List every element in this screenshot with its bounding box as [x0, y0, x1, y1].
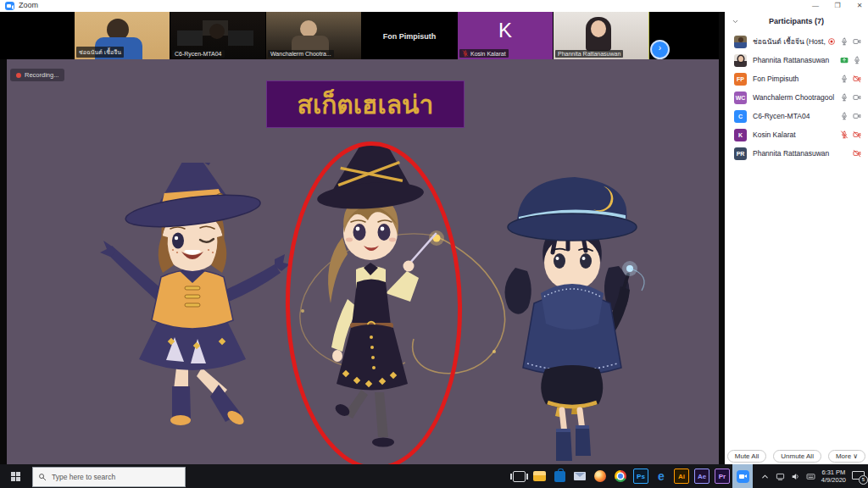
camera-off-icon[interactable]	[853, 75, 861, 83]
camera-off-icon[interactable]	[853, 149, 861, 158]
after-effects-glyph: Ae	[694, 469, 709, 484]
video-tile-name: Kosin Kalarat	[459, 49, 509, 58]
camera-icon[interactable]	[853, 93, 861, 102]
photoshop-icon[interactable]: Ps	[631, 464, 651, 488]
participants-panel: Participants (7) ช่อฉนันต์ เชื้อจีน (Hos…	[725, 12, 868, 464]
video-tile-name: Phannita Rattanasuwan	[555, 50, 623, 58]
participants-header: Participants (7)	[725, 14, 868, 28]
more-button[interactable]: More ∨	[828, 450, 865, 463]
camera-off-icon[interactable]	[853, 130, 861, 139]
participant-row[interactable]: Phannita Rattanasuwan	[725, 51, 868, 69]
desktop: Zoom — ❐ ✕ ช่อฉนันต์ เชื้อจีนC6-Rycen-MT…	[0, 0, 868, 488]
participant-row[interactable]: FPFon Pimpisuth	[725, 69, 868, 88]
unmute-all-button[interactable]: Unmute All	[773, 450, 821, 463]
firefox-icon[interactable]	[590, 464, 610, 488]
participant-row[interactable]: WCWanchalerm Chootragool	[725, 88, 868, 107]
camera-icon[interactable]	[853, 112, 861, 120]
witch-illustration-right	[475, 168, 670, 464]
video-thumbnail-strip: ช่อฉนันต์ เชื้อจีนC6-Rycen-MTA04Wanchale…	[0, 12, 719, 59]
speaker-icon[interactable]	[791, 472, 800, 481]
participant-name: Phannita Rattanasuwan	[753, 149, 853, 158]
participant-row[interactable]: KKosin Kalarat	[725, 125, 868, 144]
illustrator-icon[interactable]: Ai	[671, 464, 692, 488]
participant-status-icons	[840, 130, 861, 139]
participants-title: Participants (7)	[725, 17, 868, 25]
chrome-glyph	[615, 470, 626, 482]
video-tile[interactable]: Kosin Kalarat	[458, 12, 554, 59]
notification-badge: 5	[859, 475, 868, 485]
after-effects-icon[interactable]: Ae	[692, 464, 712, 488]
minimize-icon[interactable]: —	[807, 0, 824, 11]
avatar	[734, 54, 747, 67]
search-icon	[38, 473, 47, 481]
notification-center-icon[interactable]: 5	[852, 471, 865, 482]
video-tile[interactable]: Wanchalerm Chootra...	[266, 12, 362, 59]
maximize-icon[interactable]: ❐	[829, 0, 846, 11]
chevron-down-icon[interactable]	[732, 18, 739, 25]
video-tile[interactable]: C6-Rycen-MTA04	[170, 12, 266, 59]
window-divider	[719, 12, 725, 464]
mail-icon[interactable]	[570, 464, 590, 488]
zoom-app-glyph	[737, 470, 749, 483]
mic-icon[interactable]	[840, 75, 849, 83]
firefox-glyph	[594, 470, 606, 482]
edge-glyph: e	[654, 469, 668, 483]
file-explorer-icon[interactable]	[529, 464, 549, 488]
edge-icon[interactable]: e	[651, 464, 671, 488]
screen-share-icon[interactable]	[840, 56, 849, 64]
network-icon[interactable]	[776, 472, 785, 481]
witch-illustration-left	[95, 163, 290, 442]
participants-list: ช่อฉนันต์ เชื้อจีน (Host, me)Phannita Ra…	[725, 32, 868, 163]
mic-icon[interactable]	[840, 93, 849, 102]
start-button[interactable]	[0, 464, 31, 488]
participant-name: Phannita Rattanasuwan	[753, 56, 840, 64]
participant-row[interactable]: CC6-Rycen-MTA04	[725, 107, 868, 125]
mic-off-icon[interactable]	[840, 130, 849, 139]
task-view-icon[interactable]	[509, 464, 529, 488]
camera-icon[interactable]	[853, 37, 861, 46]
window-title: Zoom	[19, 1, 38, 9]
mic-icon[interactable]	[840, 37, 849, 46]
mute-all-button[interactable]: Mute All	[727, 450, 766, 463]
video-tile[interactable]: Fon Pimpisuth	[362, 12, 458, 59]
video-tile[interactable]: ช่อฉนันต์ เชื้อจีน	[75, 12, 170, 59]
participant-status-icons	[840, 56, 861, 64]
participant-status-icons	[840, 75, 861, 83]
video-tile-name: Fon Pimpisuth	[362, 12, 457, 59]
video-tile[interactable]: Phannita Rattanasuwan	[554, 12, 649, 59]
participant-status-icons	[853, 149, 861, 158]
avatar: WC	[734, 92, 747, 104]
clock[interactable]: 6:31 PM 4/9/2020	[821, 469, 846, 484]
participant-row[interactable]: ช่อฉนันต์ เชื้อจีน (Host, me)	[725, 32, 868, 51]
mic-off-icon	[462, 50, 469, 57]
store-icon[interactable]	[549, 464, 570, 488]
participant-name: C6-Rycen-MTA04	[753, 112, 840, 120]
participant-status-icons	[840, 112, 861, 120]
avatar: C	[734, 110, 747, 123]
photoshop-glyph: Ps	[633, 469, 648, 484]
mic-icon[interactable]	[853, 56, 861, 64]
avatar: FP	[734, 73, 747, 86]
chevron-up-icon[interactable]	[760, 472, 770, 481]
video-tile-name: C6-Rycen-MTA04	[172, 50, 225, 58]
participants-footer: Mute AllUnmute AllMore ∨	[725, 450, 868, 463]
chrome-icon[interactable]	[610, 464, 631, 488]
task-view-glyph	[513, 471, 526, 482]
avatar: PR	[734, 147, 747, 160]
participant-name: Wanchalerm Chootragool	[753, 93, 840, 102]
recording-icon[interactable]	[827, 37, 836, 46]
participant-name: Kosin Kalarat	[753, 130, 840, 139]
zoom-app-icon[interactable]	[732, 464, 753, 488]
shared-screen: Recording... สเก็ตเฮเลน่า	[7, 59, 719, 464]
close-icon[interactable]: ✕	[851, 0, 868, 11]
taskbar-app-icons: PseAiAePr	[509, 464, 753, 488]
premiere-icon[interactable]: Pr	[712, 464, 732, 488]
keyboard-language-icon[interactable]	[806, 472, 815, 481]
system-tray: 6:31 PM 4/9/2020 5	[760, 464, 868, 488]
taskbar: Type here to search PseAiAePr 6:31 PM 4/…	[0, 464, 868, 488]
illustrator-glyph: Ai	[674, 469, 689, 484]
taskbar-search[interactable]: Type here to search	[32, 467, 186, 487]
next-page-arrow-icon[interactable]: ›	[650, 40, 670, 59]
participant-row[interactable]: PRPhannita Rattanasuwan	[725, 144, 868, 163]
mic-icon[interactable]	[840, 112, 849, 120]
